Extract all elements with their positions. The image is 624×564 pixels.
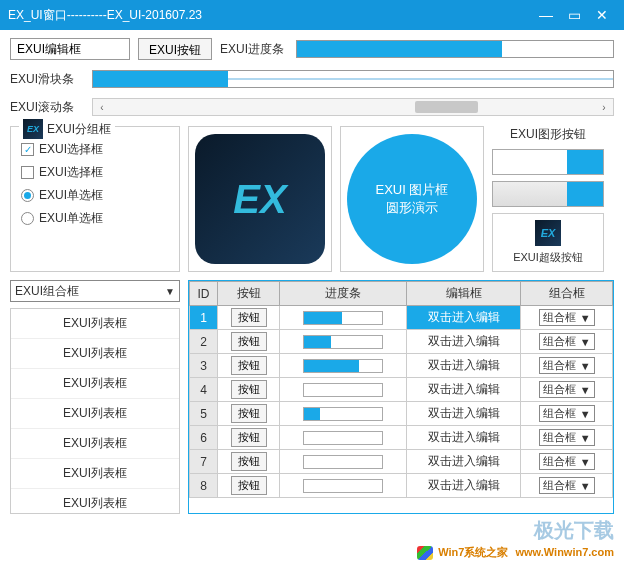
row-button[interactable]: 按钮 xyxy=(231,308,267,327)
slider-label: EXUI滑块条 xyxy=(10,71,80,88)
table-row: 4按钮双击进入编辑组合框▼ xyxy=(190,378,613,402)
row-progress xyxy=(303,407,383,421)
row-combo[interactable]: 组合框▼ xyxy=(539,405,595,422)
super-button[interactable]: EX EXUI超级按钮 xyxy=(492,213,604,272)
row-button[interactable]: 按钮 xyxy=(231,380,267,399)
col-edit[interactable]: 编辑框 xyxy=(406,282,521,306)
chevron-down-icon: ▼ xyxy=(580,480,591,492)
table-row: 8按钮双击进入编辑组合框▼ xyxy=(190,474,613,498)
scroll-right-icon[interactable]: › xyxy=(595,99,613,115)
row-id[interactable]: 4 xyxy=(190,378,218,402)
combobox[interactable]: EXUI组合框 ▼ xyxy=(10,280,180,302)
list-item[interactable]: EXUI列表框 xyxy=(11,459,179,489)
table-row: 2按钮双击进入编辑组合框▼ xyxy=(190,330,613,354)
graphic-button-title: EXUI图形按钮 xyxy=(492,126,604,143)
row-id[interactable]: 3 xyxy=(190,354,218,378)
listbox[interactable]: EXUI列表框EXUI列表框EXUI列表框EXUI列表框EXUI列表框EXUI列… xyxy=(10,308,180,514)
checkbox-icon xyxy=(21,143,34,156)
row-edit[interactable]: 双击进入编辑 xyxy=(406,426,521,450)
row-button[interactable]: 按钮 xyxy=(231,452,267,471)
row-edit[interactable]: 双击进入编辑 xyxy=(406,330,521,354)
row-progress xyxy=(303,383,383,397)
radio-icon xyxy=(21,189,34,202)
list-item[interactable]: EXUI列表框 xyxy=(11,489,179,514)
windows-logo-icon xyxy=(417,546,433,560)
row-button[interactable]: 按钮 xyxy=(231,428,267,447)
row-edit[interactable]: 双击进入编辑 xyxy=(406,354,521,378)
col-id[interactable]: ID xyxy=(190,282,218,306)
row-progress xyxy=(303,479,383,493)
close-button[interactable]: ✕ xyxy=(588,3,616,27)
slider[interactable] xyxy=(92,70,614,88)
graphic-button-2[interactable] xyxy=(492,181,604,207)
row-edit[interactable]: 双击进入编辑 xyxy=(406,306,521,330)
row-id[interactable]: 7 xyxy=(190,450,218,474)
row-id[interactable]: 5 xyxy=(190,402,218,426)
window-title: EX_UI窗口----------EX_UI-201607.23 xyxy=(8,7,532,24)
col-combo[interactable]: 组合框 xyxy=(521,282,613,306)
list-item[interactable]: EXUI列表框 xyxy=(11,339,179,369)
row-combo[interactable]: 组合框▼ xyxy=(539,477,595,494)
checkbox-1[interactable]: EXUI选择框 xyxy=(21,141,169,158)
chevron-down-icon: ▼ xyxy=(165,286,175,297)
list-item[interactable]: EXUI列表框 xyxy=(11,429,179,459)
scrollbar[interactable]: ‹ › xyxy=(92,98,614,116)
titlebar: EX_UI窗口----------EX_UI-201607.23 — ▭ ✕ xyxy=(0,0,624,30)
table-row: 5按钮双击进入编辑组合框▼ xyxy=(190,402,613,426)
row-progress xyxy=(303,335,383,349)
picture-box-circle: EXUI 图片框 圆形演示 xyxy=(340,126,484,272)
row-button[interactable]: 按钮 xyxy=(231,356,267,375)
row-combo[interactable]: 组合框▼ xyxy=(539,357,595,374)
chevron-down-icon: ▼ xyxy=(580,432,591,444)
row-edit[interactable]: 双击进入编辑 xyxy=(406,474,521,498)
scroll-left-icon[interactable]: ‹ xyxy=(93,99,111,115)
data-grid[interactable]: ID 按钮 进度条 编辑框 组合框 1按钮双击进入编辑组合框▼2按钮双击进入编辑… xyxy=(188,280,614,514)
row-id[interactable]: 1 xyxy=(190,306,218,330)
table-row: 3按钮双击进入编辑组合框▼ xyxy=(190,354,613,378)
row-id[interactable]: 6 xyxy=(190,426,218,450)
slider-track xyxy=(228,78,613,80)
col-prog[interactable]: 进度条 xyxy=(280,282,406,306)
row-combo[interactable]: 组合框▼ xyxy=(539,381,595,398)
exui-button[interactable]: EXUI按钮 xyxy=(138,38,212,60)
list-item[interactable]: EXUI列表框 xyxy=(11,399,179,429)
table-row: 1按钮双击进入编辑组合框▼ xyxy=(190,306,613,330)
row-progress xyxy=(303,455,383,469)
radio-2[interactable]: EXUI单选框 xyxy=(21,210,169,227)
checkbox-2[interactable]: EXUI选择框 xyxy=(21,164,169,181)
circle-demo: EXUI 图片框 圆形演示 xyxy=(347,134,477,264)
col-btn[interactable]: 按钮 xyxy=(218,282,280,306)
row-edit[interactable]: 双击进入编辑 xyxy=(406,402,521,426)
chevron-down-icon: ▼ xyxy=(580,384,591,396)
row-edit[interactable]: 双击进入编辑 xyxy=(406,378,521,402)
radio-icon xyxy=(21,212,34,225)
row-button[interactable]: 按钮 xyxy=(231,332,267,351)
row-edit[interactable]: 双击进入编辑 xyxy=(406,450,521,474)
scrollbar-label: EXUI滚动条 xyxy=(10,99,80,116)
row-progress xyxy=(303,431,383,445)
row-button[interactable]: 按钮 xyxy=(231,476,267,495)
row-combo[interactable]: 组合框▼ xyxy=(539,429,595,446)
graphic-button-1[interactable] xyxy=(492,149,604,175)
row-progress xyxy=(303,311,383,325)
groupbox-title: EX EXUI分组框 xyxy=(19,119,115,139)
row-id[interactable]: 8 xyxy=(190,474,218,498)
row-button[interactable]: 按钮 xyxy=(231,404,267,423)
row-combo[interactable]: 组合框▼ xyxy=(539,453,595,470)
checkbox-icon xyxy=(21,166,34,179)
list-item[interactable]: EXUI列表框 xyxy=(11,369,179,399)
radio-1[interactable]: EXUI单选框 xyxy=(21,187,169,204)
list-item[interactable]: EXUI列表框 xyxy=(11,309,179,339)
maximize-button[interactable]: ▭ xyxy=(560,3,588,27)
progress-fill xyxy=(297,41,502,57)
scroll-thumb[interactable] xyxy=(415,101,477,113)
edit-input[interactable] xyxy=(10,38,130,60)
minimize-button[interactable]: — xyxy=(532,3,560,27)
row-combo[interactable]: 组合框▼ xyxy=(539,333,595,350)
row-combo[interactable]: 组合框▼ xyxy=(539,309,595,326)
row-progress xyxy=(303,359,383,373)
progress-bar xyxy=(296,40,614,58)
row-id[interactable]: 2 xyxy=(190,330,218,354)
chevron-down-icon: ▼ xyxy=(580,408,591,420)
ex-logo-large-icon: EX xyxy=(195,134,325,264)
